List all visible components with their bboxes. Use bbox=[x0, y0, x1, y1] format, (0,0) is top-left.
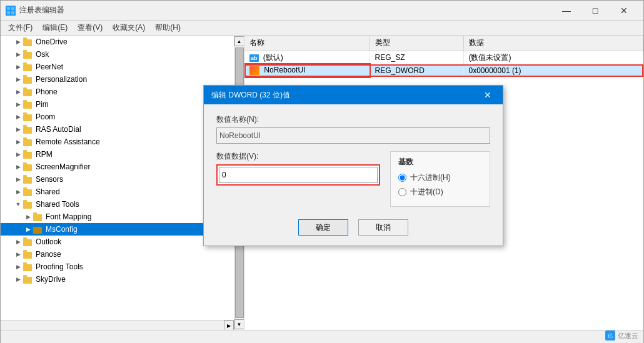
dword-icon bbox=[249, 66, 259, 75]
expand-arrow: ▶ bbox=[13, 187, 23, 197]
tree-item-peernet[interactable]: ▶ PeerNet bbox=[1, 61, 244, 73]
folder-icon bbox=[23, 237, 33, 246]
value-data-input[interactable] bbox=[219, 167, 378, 183]
maximize-button[interactable]: □ bbox=[581, 1, 610, 21]
tree-item-personalization[interactable]: ▶ Personalization bbox=[1, 73, 244, 86]
tree-item-panose[interactable]: ▶ Panose bbox=[1, 248, 244, 261]
expand-arrow: ▼ bbox=[13, 199, 23, 209]
tree-item-onedrive[interactable]: ▶ OneDrive bbox=[1, 36, 244, 48]
table-row[interactable]: ab (默认) REG_SZ (数值未设置) bbox=[244, 51, 643, 64]
expand-arrow: ▶ bbox=[23, 224, 33, 234]
menu-view[interactable]: 查看(V) bbox=[73, 21, 108, 34]
menu-edit[interactable]: 编辑(E) bbox=[38, 21, 73, 34]
col-name: 名称 bbox=[244, 36, 370, 51]
ok-button[interactable]: 确定 bbox=[298, 219, 348, 236]
expand-arrow: ▶ bbox=[13, 137, 23, 147]
minimize-button[interactable]: — bbox=[552, 1, 581, 21]
tree-item-label: Personalization bbox=[36, 75, 87, 84]
hex-radio-row[interactable]: 十六进制(H) bbox=[398, 172, 482, 183]
folder-icon bbox=[33, 225, 43, 234]
expand-arrow: ▶ bbox=[13, 49, 23, 59]
dialog-close-button[interactable]: ✕ bbox=[480, 87, 495, 102]
expand-arrow: ▶ bbox=[13, 112, 23, 122]
tree-item-label: SkyDrive bbox=[36, 275, 66, 284]
folder-icon bbox=[23, 275, 33, 284]
cancel-button[interactable]: 取消 bbox=[358, 219, 408, 236]
menu-file[interactable]: 文件(F) bbox=[3, 21, 38, 34]
folder-icon bbox=[23, 200, 33, 209]
scroll-up-btn[interactable]: ▲ bbox=[234, 36, 244, 46]
expand-arrow: ▶ bbox=[13, 174, 23, 184]
folder-icon bbox=[23, 175, 33, 184]
dialog-lower: 数值数据(V): 基数 十六进制(H) bbox=[216, 151, 490, 207]
value-name-label: 数值名称(N): bbox=[216, 114, 490, 125]
expand-arrow: ▶ bbox=[13, 37, 23, 47]
tree-item-skydrive[interactable]: ▶ SkyDrive bbox=[1, 273, 244, 286]
tree-item-osk[interactable]: ▶ Osk bbox=[1, 48, 244, 61]
window-icon bbox=[6, 6, 16, 16]
folder-icon bbox=[23, 250, 33, 259]
tree-item-label: Outlook bbox=[36, 237, 61, 246]
dec-radio-row[interactable]: 十进制(D) bbox=[398, 187, 482, 197]
expand-arrow: ▶ bbox=[13, 62, 23, 72]
expand-arrow: ▶ bbox=[13, 249, 23, 259]
tree-item-label: Pim bbox=[36, 100, 49, 109]
base-title: 基数 bbox=[398, 157, 482, 167]
tree-item-label: Font Mapping bbox=[46, 212, 91, 221]
menu-favorites[interactable]: 收藏夹(A) bbox=[108, 21, 150, 34]
row-name: NoRebootUI bbox=[244, 64, 370, 77]
title-bar: 注册表编辑器 — □ ✕ bbox=[1, 1, 643, 21]
hex-radio[interactable] bbox=[398, 174, 406, 182]
row-name: ab (默认) bbox=[244, 51, 370, 64]
scroll-right-btn[interactable]: ▶ bbox=[224, 321, 234, 330]
dialog-body: 数值名称(N): 数值数据(V): 基数 bbox=[204, 104, 503, 246]
row-data: 0x00000001 (1) bbox=[463, 64, 643, 77]
base-section: 基数 十六进制(H) 十进制(D) bbox=[390, 151, 490, 207]
folder-icon bbox=[23, 37, 33, 46]
folder-icon bbox=[23, 187, 33, 196]
expand-arrow: ▶ bbox=[13, 237, 23, 247]
expand-arrow: ▶ bbox=[13, 262, 23, 272]
row-type: REG_SZ bbox=[370, 51, 463, 64]
folder-icon bbox=[23, 62, 33, 71]
tree-item-label: MsConfig bbox=[46, 225, 78, 234]
window: 注册表编辑器 — □ ✕ 文件(F) 编辑(E) 查看(V) 收藏夹(A) 帮助… bbox=[0, 0, 644, 343]
expand-arrow: ▶ bbox=[13, 274, 23, 284]
folder-icon bbox=[23, 137, 33, 146]
tree-item-label: OneDrive bbox=[36, 37, 68, 46]
ab-icon: ab bbox=[249, 54, 259, 62]
folder-icon bbox=[23, 112, 33, 121]
scroll-down-btn[interactable]: ▼ bbox=[234, 319, 244, 329]
expand-arrow: ▶ bbox=[23, 212, 33, 222]
col-data: 数据 bbox=[463, 36, 643, 51]
expand-arrow: ▶ bbox=[13, 87, 23, 97]
dec-label: 十进制(D) bbox=[410, 187, 443, 197]
folder-icon bbox=[23, 162, 33, 171]
value-name-row: 数值名称(N): bbox=[216, 114, 490, 144]
close-button[interactable]: ✕ bbox=[610, 1, 638, 21]
tree-item-label: Phone bbox=[36, 87, 58, 96]
folder-icon bbox=[23, 125, 33, 134]
dialog-title-bar: 编辑 DWORD (32 位)值 ✕ bbox=[204, 86, 503, 104]
folder-icon bbox=[23, 87, 33, 96]
folder-icon bbox=[23, 50, 33, 59]
tree-item-proofingtools[interactable]: ▶ Proofing Tools bbox=[1, 261, 244, 273]
folder-icon bbox=[23, 262, 33, 271]
tree-item-label: Osk bbox=[36, 50, 49, 59]
tree-item-label: Shared Tools bbox=[36, 200, 79, 209]
value-data-section: 数值数据(V): bbox=[216, 151, 380, 207]
svg-rect-0 bbox=[7, 7, 10, 10]
menu-help[interactable]: 帮助(H) bbox=[150, 21, 186, 34]
tree-item-label: ScreenMagnifier bbox=[36, 162, 90, 171]
tree-item-label: Sensors bbox=[36, 175, 63, 184]
value-name-input[interactable] bbox=[216, 127, 490, 144]
expand-arrow: ▶ bbox=[13, 162, 23, 172]
tree-item-label: Remote Assistance bbox=[36, 137, 100, 146]
dec-radio[interactable] bbox=[398, 188, 406, 196]
value-data-label: 数值数据(V): bbox=[216, 151, 380, 162]
expand-arrow: ▶ bbox=[13, 124, 23, 134]
row-data: (数值未设置) bbox=[463, 51, 643, 64]
dialog-title: 编辑 DWORD (32 位)值 bbox=[211, 90, 480, 101]
table-row-noreboot[interactable]: NoRebootUI REG_DWORD 0x00000001 (1) bbox=[244, 64, 643, 77]
expand-arrow: ▶ bbox=[13, 99, 23, 109]
